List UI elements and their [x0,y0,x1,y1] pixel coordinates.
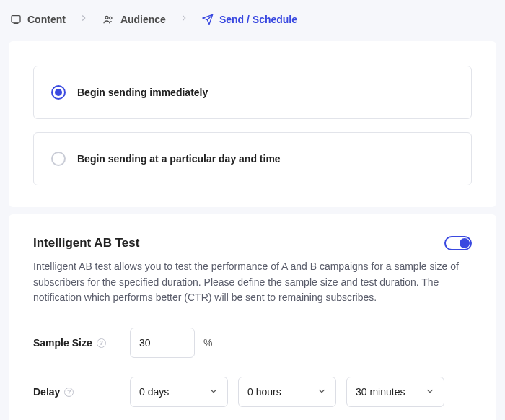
content-icon [10,14,22,25]
delay-days-select[interactable]: 0 days [130,377,228,407]
svg-point-2 [110,17,112,19]
radio-icon [51,85,66,100]
sample-size-input[interactable] [130,328,195,358]
chevron-down-icon [208,386,219,398]
ab-test-title: Intelligent AB Test [33,236,139,250]
delay-row: Delay ? 0 days 0 hours 30 minutes [33,377,472,407]
ab-test-toggle[interactable] [444,236,472,250]
breadcrumb-label: Content [27,14,66,25]
delay-hours-select[interactable]: 0 hours [238,377,336,407]
sample-size-unit: % [203,337,212,349]
chevron-down-icon [425,386,435,398]
breadcrumb-content[interactable]: Content [10,14,66,25]
send-icon [202,14,214,25]
svg-rect-0 [12,15,20,22]
help-icon[interactable]: ? [64,388,74,397]
breadcrumb-label: Audience [120,14,166,25]
ab-test-description: Intelligent AB test allows you to test t… [33,259,472,306]
ab-test-panel: Intelligent AB Test Intelligent AB test … [9,214,496,420]
sample-size-row: Sample Size ? % [33,328,472,358]
select-value: 30 minutes [356,386,405,398]
breadcrumb-send-schedule[interactable]: Send / Schedule [202,14,297,25]
audience-icon [102,14,115,25]
breadcrumb-label: Send / Schedule [219,14,297,25]
chevron-right-icon [179,13,189,25]
radio-label: Begin sending immediately [77,87,208,98]
help-icon[interactable]: ? [97,338,106,348]
delay-label: Delay ? [33,386,130,398]
radio-send-scheduled[interactable]: Begin sending at a particular day and ti… [33,132,472,185]
send-options-panel: Begin sending immediately Begin sending … [9,41,496,207]
svg-point-1 [105,16,108,19]
select-value: 0 hours [247,386,281,398]
chevron-right-icon [79,13,89,25]
select-value: 0 days [139,386,169,398]
sample-size-label: Sample Size ? [33,337,130,349]
radio-send-immediately[interactable]: Begin sending immediately [33,66,472,119]
radio-icon [51,152,66,166]
radio-label: Begin sending at a particular day and ti… [77,153,281,165]
chevron-down-icon [317,386,327,398]
breadcrumb-audience[interactable]: Audience [102,14,166,25]
breadcrumb: Content Audience Send / Schedule [0,0,505,41]
delay-minutes-select[interactable]: 30 minutes [346,377,444,407]
